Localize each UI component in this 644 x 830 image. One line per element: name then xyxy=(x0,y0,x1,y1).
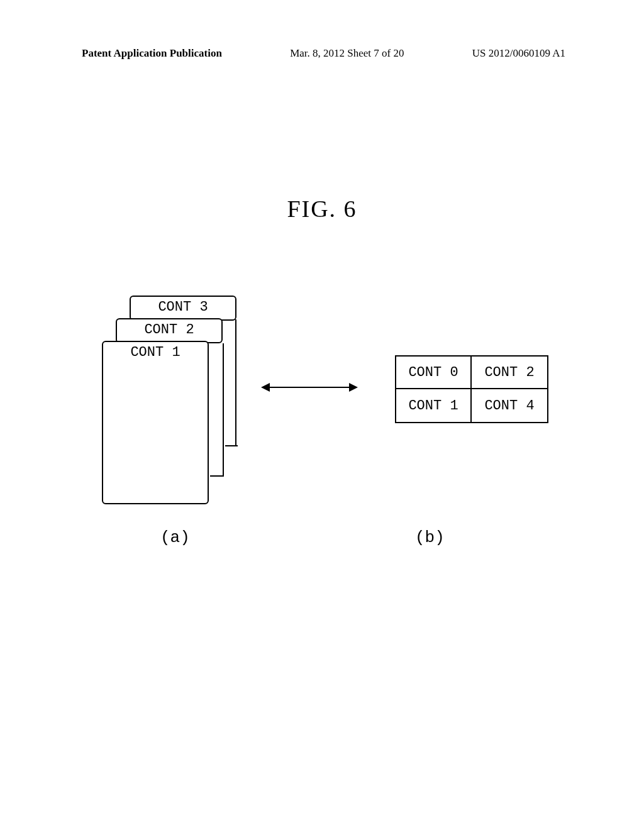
grid-cell-cont1: CONT 1 xyxy=(396,389,472,422)
grid-cell-cont2: CONT 2 xyxy=(472,357,547,389)
card2-edge-right xyxy=(223,343,224,477)
page-header: Patent Application Publication Mar. 8, 2… xyxy=(0,47,644,60)
header-left: Patent Application Publication xyxy=(82,47,222,60)
card-cont3: CONT 3 xyxy=(130,296,236,321)
sublabel-b: (b) xyxy=(415,528,445,547)
grid-cell-cont4: CONT 4 xyxy=(472,389,547,422)
card-cont2: CONT 2 xyxy=(116,318,223,343)
card2-edge-bottom xyxy=(210,475,224,477)
card3-edge xyxy=(225,445,238,446)
card-cont1: CONT 1 xyxy=(102,341,209,504)
content-grid: CONT 0 CONT 2 CONT 1 CONT 4 xyxy=(395,355,548,423)
figure-diagram: CONT 3 CONT 2 CONT 1 CONT 0 CONT 2 CONT … xyxy=(96,296,548,509)
sublabel-a: (a) xyxy=(160,528,190,547)
header-right: US 2012/0060109 A1 xyxy=(472,47,565,60)
grid-cell-cont0: CONT 0 xyxy=(396,357,472,389)
figure-title: FIG. 6 xyxy=(287,195,357,223)
double-arrow-icon xyxy=(262,387,357,388)
header-center: Mar. 8, 2012 Sheet 7 of 20 xyxy=(290,47,404,60)
